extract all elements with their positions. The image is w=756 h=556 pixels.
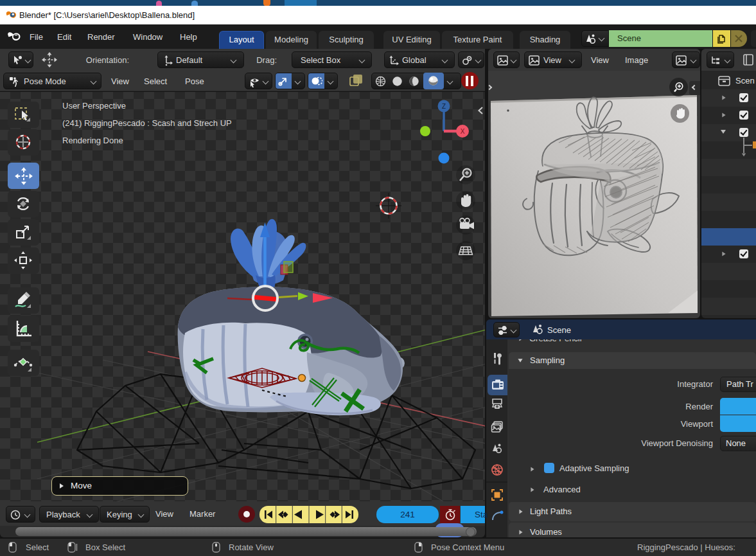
svg-text:X: X (461, 128, 465, 135)
svg-text:Z: Z (442, 103, 446, 110)
